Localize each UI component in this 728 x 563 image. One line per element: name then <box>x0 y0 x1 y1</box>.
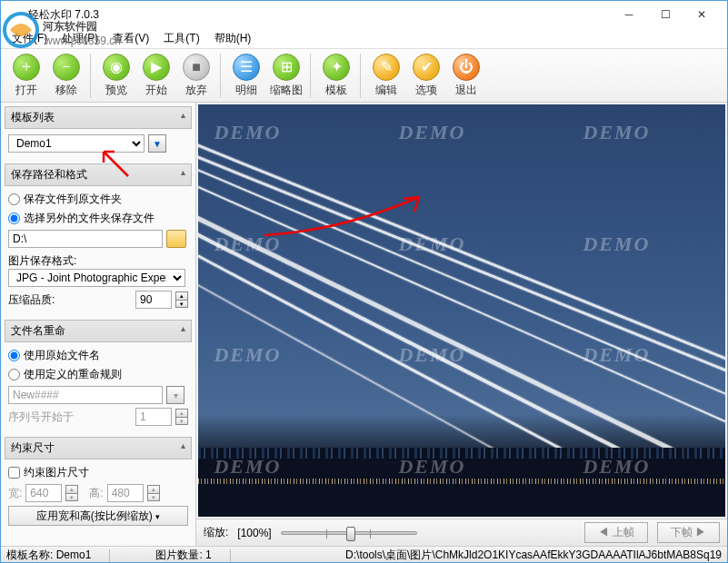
abort-button[interactable]: ■放弃 <box>178 54 214 98</box>
status-count-label: 图片数量: 1 <box>155 548 211 563</box>
minimize-button[interactable]: ─ <box>611 2 647 27</box>
preview-pane: DEMO DEMO DEMO DEMO DEMO DEMO DEMO DEMO … <box>196 103 727 546</box>
rename-rule-label: 使用定义的重命规则 <box>24 367 122 382</box>
save-header[interactable]: 保存路径和格式 <box>5 163 192 186</box>
menubar: 文件(F) 处理(P) 查看(V) 工具(T) 帮助(H) <box>1 28 727 48</box>
save-same-radio[interactable] <box>8 193 20 205</box>
constrain-size-checkbox[interactable] <box>8 467 20 479</box>
rename-orig-label: 使用原始文件名 <box>24 348 100 363</box>
toolbar: ＋打开 －移除 ◉预览 ▶开始 ■放弃 ☰明细 ⊞缩略图 ✦模板 ✎编辑 ✔选项… <box>1 48 727 103</box>
preview-image: DEMO DEMO DEMO DEMO DEMO DEMO DEMO DEMO … <box>198 104 725 517</box>
rename-pattern-input <box>8 386 163 404</box>
start-button[interactable]: ▶开始 <box>138 54 175 98</box>
quality-spinner[interactable]: ▴▾ <box>175 291 188 308</box>
exit-button[interactable]: ⏻退出 <box>448 54 484 98</box>
menu-tool[interactable]: 工具(T) <box>158 29 204 48</box>
browse-folder-button[interactable] <box>166 230 186 248</box>
format-select[interactable]: JPG - Joint Photographic Experts Group <box>8 269 185 287</box>
status-template-label: 模板名称: Demo1 <box>6 548 91 563</box>
edit-button[interactable]: ✎编辑 <box>368 54 404 98</box>
menu-file[interactable]: 文件(F) <box>6 29 53 48</box>
template-list-header[interactable]: 模板列表 <box>5 106 192 129</box>
save-path-input[interactable] <box>8 230 163 248</box>
rename-header[interactable]: 文件名重命 <box>5 320 192 342</box>
quality-label: 压缩品质: <box>8 292 55 308</box>
status-path: D:\tools\桌面\图片\ChMkJld2O1KIYcasAAfEkkY3G… <box>345 548 722 563</box>
menu-view[interactable]: 查看(V) <box>107 29 155 48</box>
apply-size-button[interactable]: 应用宽和高(按比例缩放) ▾ <box>8 506 188 526</box>
titlebar: 轻松水印 7.0.3 ─ ☐ ✕ <box>1 1 727 28</box>
remove-button[interactable]: －移除 <box>48 54 85 98</box>
app-icon <box>8 7 23 22</box>
rename-orig-radio[interactable] <box>8 350 20 361</box>
seq-spinner: ▴▾ <box>175 409 188 425</box>
zoom-slider[interactable] <box>281 531 417 535</box>
statusbar: 模板名称: Demo1 图片数量: 1 D:\tools\桌面\图片\ChMkJ… <box>1 546 727 563</box>
prev-frame-button[interactable]: ◀ 上帧 <box>584 522 647 543</box>
save-same-label: 保存文件到原文件夹 <box>24 192 122 207</box>
maximize-button[interactable]: ☐ <box>647 2 683 27</box>
preview-button[interactable]: ◉预览 <box>98 54 135 98</box>
constrain-size-label: 约束图片尺寸 <box>24 465 89 480</box>
width-label: 宽: <box>8 486 22 501</box>
detail-button[interactable]: ☰明细 <box>228 54 264 98</box>
template-select[interactable]: Demo1 <box>8 134 145 153</box>
seq-input <box>135 408 172 426</box>
width-input <box>25 484 62 502</box>
quality-input[interactable] <box>135 291 172 309</box>
thumbnail-button[interactable]: ⊞缩略图 <box>268 54 304 98</box>
format-label: 图片保存格式: <box>8 254 76 267</box>
open-button[interactable]: ＋打开 <box>8 54 45 98</box>
save-other-label: 选择另外的文件夹保存文件 <box>24 211 155 226</box>
options-button[interactable]: ✔选项 <box>408 54 444 98</box>
height-label: 高: <box>89 486 103 501</box>
save-other-radio[interactable] <box>8 212 20 224</box>
menu-help[interactable]: 帮助(H) <box>209 29 257 48</box>
height-spinner: ▴▾ <box>147 485 160 501</box>
sidebar: 模板列表 Demo1 ▼ 保存路径和格式 保存文件到原文件夹 选择另外的文件夹保… <box>1 103 196 546</box>
template-button[interactable]: ✦模板 <box>318 54 354 98</box>
rename-pattern-dropdown: ▾ <box>166 386 184 404</box>
next-frame-button[interactable]: 下帧 ▶ <box>657 522 720 543</box>
width-spinner: ▴▾ <box>65 485 78 501</box>
menu-process[interactable]: 处理(P) <box>56 29 104 48</box>
size-header[interactable]: 约束尺寸 <box>5 437 192 459</box>
zoom-value: [100%] <box>237 527 271 539</box>
height-input <box>107 484 144 502</box>
rename-rule-radio[interactable] <box>8 369 20 380</box>
window-title: 轻松水印 7.0.3 <box>28 7 611 23</box>
close-button[interactable]: ✕ <box>683 2 720 27</box>
template-dropdown-extra[interactable]: ▼ <box>148 134 166 153</box>
seq-label: 序列号开始于 <box>8 410 74 425</box>
preview-footer: 缩放: [100%] ◀ 上帧 下帧 ▶ <box>196 519 727 546</box>
zoom-label: 缩放: <box>204 525 228 540</box>
main-area: 模板列表 Demo1 ▼ 保存路径和格式 保存文件到原文件夹 选择另外的文件夹保… <box>1 103 727 546</box>
